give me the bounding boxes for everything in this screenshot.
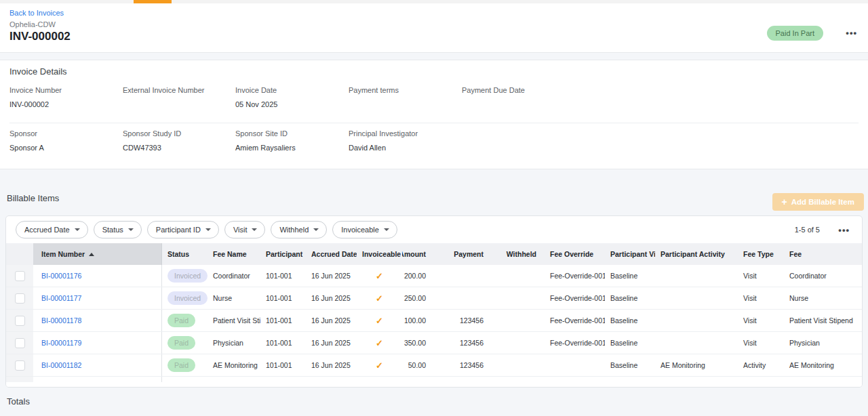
payment-cell: 123456 <box>431 310 489 331</box>
participant-visit-cell: Baseline <box>605 332 655 354</box>
item-number-link[interactable]: BI-00001178 <box>41 316 81 325</box>
chevron-down-icon <box>384 228 389 231</box>
row-checkbox[interactable] <box>15 360 25 371</box>
participant-cell: 101-001 <box>260 287 306 309</box>
field-label: Payment Due Date <box>462 86 575 94</box>
add-billable-item-button[interactable]: + Add Billable Item <box>772 193 864 211</box>
invoice-details-row-1: Invoice Number INV-000002 External Invoi… <box>9 86 859 109</box>
field-label: Payment terms <box>349 86 462 94</box>
table-row: BI-00001177 Invoiced Nurse 101-001 16 Ju… <box>6 287 862 310</box>
participant-visit-cell: Baseline <box>605 354 655 376</box>
table-row: BI-00001176 Invoiced Coordinator 101-001… <box>6 265 862 287</box>
filter-status[interactable]: Status <box>94 221 142 238</box>
field-label: Sponsor <box>9 129 123 138</box>
column-header-withheld[interactable]: Withheld <box>489 243 542 265</box>
more-menu-icon[interactable]: ••• <box>846 28 857 38</box>
filter-visit[interactable]: Visit <box>224 221 266 238</box>
invoice-detail-page: Back to Invoices Ophelia-CDW INV-000002 … <box>0 0 868 416</box>
field-label: Invoice Number <box>9 86 123 94</box>
status-badge: Paid <box>167 358 195 372</box>
table-footer <box>6 377 862 388</box>
withheld-cell <box>489 310 542 331</box>
column-header-item-number[interactable]: Item Number <box>33 243 162 265</box>
accrued-date-cell: 16 Jun 2025 <box>306 287 357 309</box>
table-row: BI-00001178 Paid Patient Visit Stipend 1… <box>6 310 862 332</box>
fee-type-cell: Visit <box>735 287 783 309</box>
row-checkbox[interactable] <box>15 316 25 326</box>
field-label: Principal Investigator <box>349 129 462 138</box>
billable-items-card: Accrued Date Status Participant ID Visit… <box>5 215 863 388</box>
field-sponsor-study-id: Sponsor Study ID CDW47393 <box>123 129 235 152</box>
row-checkbox[interactable] <box>15 293 25 304</box>
status-badge: Invoiced <box>167 269 208 283</box>
withheld-cell <box>489 354 542 376</box>
participant-activity-cell <box>655 310 735 331</box>
item-number-link[interactable]: BI-00001177 <box>41 294 81 302</box>
invoice-details-title: Invoice Details <box>9 66 67 77</box>
column-header-fee-name[interactable]: Fee Name <box>208 243 260 265</box>
field-value: Sponsor A <box>9 144 123 152</box>
fee-type-cell: Visit <box>735 265 783 287</box>
column-header-payment[interactable]: Payment <box>431 243 489 265</box>
invoiceable-check-icon: ✓ <box>376 271 383 281</box>
item-number-link[interactable]: BI-00001182 <box>41 361 81 369</box>
field-invoice-date: Invoice Date 05 Nov 2025 <box>235 86 349 109</box>
filter-participant-id[interactable]: Participant ID <box>147 221 219 238</box>
section-divider <box>9 123 859 123</box>
column-header-participant[interactable]: Participant <box>260 243 306 265</box>
column-header-status[interactable]: Status <box>162 243 208 265</box>
invoiceable-check-icon: ✓ <box>376 338 383 348</box>
item-number-link[interactable]: BI-00001179 <box>41 339 81 347</box>
field-value: Amiem Raysaliers <box>235 144 349 152</box>
billable-items-table: Item Number Status Fee Name Participant … <box>6 243 862 388</box>
column-header-participant-activity[interactable]: Participant Activity <box>655 243 735 265</box>
fee-name-cell: AE Monitoring <box>208 354 260 376</box>
fee-name-cell: Physician <box>208 332 260 354</box>
fee-name-cell: Nurse <box>208 287 260 309</box>
fee-override-cell: Fee-Override-00112 <box>542 287 605 309</box>
column-header-amount[interactable]: Amount <box>402 243 431 265</box>
column-header-invoiceable[interactable]: Invoiceable <box>357 243 402 265</box>
filter-label: Participant ID <box>156 226 201 234</box>
fee-override-cell: Fee-Override-00111 <box>542 265 605 287</box>
column-header-participant-visit[interactable]: Participant Visit <box>605 243 655 265</box>
table-more-menu-icon[interactable]: ••• <box>838 225 850 235</box>
field-label: Sponsor Site ID <box>235 129 349 138</box>
chevron-down-icon <box>313 228 319 231</box>
back-to-invoices-link[interactable]: Back to Invoices <box>9 9 64 17</box>
column-header-fee-type[interactable]: Fee Type <box>735 243 783 265</box>
payment-cell <box>431 287 489 309</box>
column-header-fee-override[interactable]: Fee Override <box>542 243 605 265</box>
fee-cell: Patient Visit Stipend <box>783 310 862 331</box>
participant-cell: 101-001 <box>260 310 306 331</box>
invoiceable-check-icon: ✓ <box>376 360 383 371</box>
filter-invoiceable[interactable]: Invoiceable <box>332 221 397 238</box>
column-header-fee[interactable]: Fee <box>783 243 862 265</box>
field-principal-investigator: Principal Investigator David Allen <box>349 129 462 152</box>
chevron-down-icon <box>128 228 134 231</box>
participant-activity-cell <box>655 332 735 354</box>
row-checkbox[interactable] <box>15 338 25 348</box>
billable-items-title: Billable Items <box>7 193 59 203</box>
filter-label: Accrued Date <box>24 226 70 234</box>
withheld-cell <box>489 265 542 287</box>
filter-accrued-date[interactable]: Accrued Date <box>16 221 88 238</box>
item-number-link[interactable]: BI-00001176 <box>41 272 81 280</box>
study-name: Ophelia-CDW <box>9 20 56 28</box>
fee-cell: AE Monitoring <box>783 354 862 376</box>
column-label: Item Number <box>41 250 85 258</box>
payment-cell: 123456 <box>431 354 489 376</box>
accrued-date-cell: 16 Jun 2025 <box>306 265 357 287</box>
filter-label: Status <box>102 226 123 234</box>
table-row: BI-00001179 Paid Physician 101-001 16 Ju… <box>6 332 862 354</box>
payment-cell: 123456 <box>431 332 489 354</box>
fee-type-cell: Activity <box>735 354 783 376</box>
amount-cell: 350.00 <box>402 332 431 354</box>
field-external-invoice-number: External Invoice Number <box>123 86 235 109</box>
header-select-all <box>6 243 33 265</box>
filter-label: Invoiceable <box>341 226 379 234</box>
column-header-accrued-date[interactable]: Accrued Date <box>306 243 357 265</box>
row-checkbox[interactable] <box>15 271 25 281</box>
filter-withheld[interactable]: Withheld <box>271 221 327 238</box>
fee-override-cell <box>542 354 605 376</box>
